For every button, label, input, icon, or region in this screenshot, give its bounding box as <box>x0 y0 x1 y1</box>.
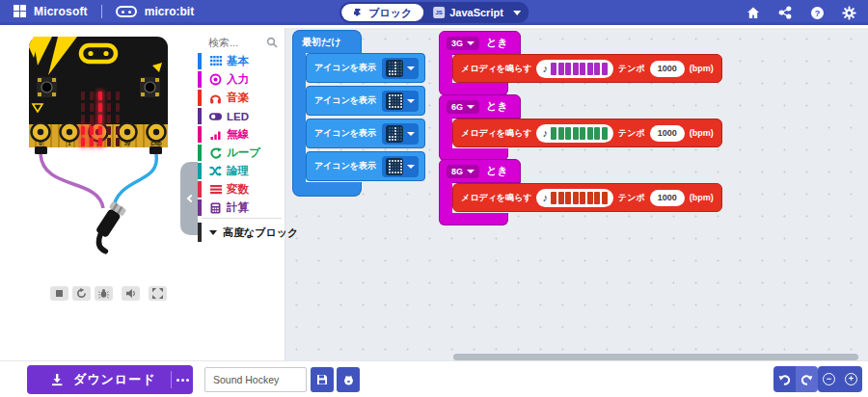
play-melody-label: メロディを鳴らす <box>461 127 531 140</box>
gesture-event-header[interactable]: 3G とき <box>439 31 521 55</box>
led-matrix[interactable] <box>81 92 120 146</box>
makecode-editor: Microsoft micro:bit ブロック JS JavaScript <box>0 0 868 397</box>
melody-editor-field[interactable]: ♪ <box>536 124 613 143</box>
history-controls <box>773 366 818 392</box>
event-spine <box>439 118 452 148</box>
simulator-collapse-tab[interactable] <box>180 162 198 235</box>
toolbox-category-led[interactable]: LED <box>198 108 285 124</box>
icon-dropdown[interactable] <box>382 156 419 177</box>
on-start-spine <box>292 52 306 183</box>
note-icon: ♪ <box>542 63 548 74</box>
undo-button[interactable] <box>773 366 796 392</box>
microbit-label: micro:bit <box>145 5 194 18</box>
gesture-event-header[interactable]: 6G とき <box>439 94 521 119</box>
play-melody-block[interactable]: メロディを鳴らす ♪ テンポ 1000 (bpm) <box>452 183 722 212</box>
show-icon-block[interactable]: アイコンを表示 <box>306 119 425 148</box>
show-icon-block[interactable]: アイコンを表示 <box>306 86 425 116</box>
toolbox-category-input[interactable]: 入力 <box>198 71 285 88</box>
chevron-down-icon <box>407 165 415 169</box>
project-name-input[interactable] <box>204 367 307 392</box>
javascript-icon: JS <box>433 7 445 18</box>
github-button[interactable] <box>337 367 360 392</box>
button-b[interactable] <box>140 77 160 97</box>
shuffle-icon <box>209 165 222 177</box>
on-start-header[interactable]: 最初だけ <box>292 30 362 53</box>
gear-icon <box>842 6 856 20</box>
toolbox-category-radio[interactable]: 無線 <box>198 126 285 143</box>
category-color-bar <box>198 90 202 106</box>
category-color-bar <box>198 145 202 161</box>
toolbox-search <box>198 33 285 52</box>
category-label: 基本 <box>227 54 249 68</box>
melody-preview-bars <box>551 127 608 140</box>
basic-grid-icon <box>209 55 222 67</box>
stop-button[interactable] <box>50 286 68 301</box>
button-a[interactable] <box>37 77 57 97</box>
workspace[interactable]: 最初だけ アイコンを表示 アイコンを表示 アイコンを表示 <box>285 28 868 360</box>
gesture-value: 6G <box>451 102 463 112</box>
show-icon-block[interactable]: アイコンを表示 <box>306 53 425 83</box>
toolbox-advanced[interactable]: 高度なブロック <box>198 223 285 242</box>
gesture-event-header[interactable]: 8G とき <box>439 159 521 183</box>
toolbox-category-math[interactable]: 計算 <box>198 199 285 216</box>
gesture-dropdown[interactable]: 3G <box>447 37 479 50</box>
toolbox-category-variables[interactable]: 変数 <box>198 181 285 198</box>
search-input[interactable] <box>208 37 264 48</box>
play-melody-label: メロディを鳴らす <box>461 63 531 75</box>
brand-area: Microsoft micro:bit <box>0 5 194 18</box>
chevron-down-icon[interactable] <box>513 11 521 15</box>
icon-dropdown[interactable] <box>382 58 419 79</box>
share-button[interactable] <box>777 5 793 20</box>
more-options-button[interactable] <box>172 379 193 382</box>
bpm-label: (bpm) <box>690 64 714 73</box>
settings-button[interactable] <box>841 5 856 20</box>
download-button[interactable]: ダウンロード <box>27 365 193 394</box>
toolbox-category-basic[interactable]: 基本 <box>198 53 285 69</box>
show-icon-block[interactable]: アイコンを表示 <box>306 151 425 181</box>
tab-javascript[interactable]: JS JavaScript <box>433 7 503 18</box>
loop-arrow-icon <box>209 146 222 159</box>
gesture-value: 3G <box>451 39 463 48</box>
debug-button[interactable] <box>95 286 113 301</box>
category-label: LED <box>227 111 249 122</box>
github-icon <box>342 374 355 386</box>
category-color-bar <box>198 53 202 69</box>
play-melody-block[interactable]: メロディを鳴らす ♪ テンポ 1000 (bpm) <box>452 119 722 147</box>
toolbox-category-loops[interactable]: ループ <box>198 145 285 161</box>
icon-dropdown[interactable] <box>382 91 419 112</box>
tempo-value-field[interactable]: 1000 <box>650 190 685 206</box>
event-spine <box>439 54 452 83</box>
zoom-out-button[interactable]: − <box>818 366 840 392</box>
icon-dropdown[interactable] <box>382 123 419 145</box>
microsoft-logo-icon <box>14 5 26 17</box>
melody-editor-field[interactable]: ♪ <box>536 189 613 207</box>
home-button[interactable] <box>746 5 761 20</box>
tempo-value-field[interactable]: 1000 <box>650 125 685 142</box>
svg-text:3V: 3V <box>124 141 131 146</box>
category-color-bar <box>198 223 202 242</box>
show-icon-label: アイコンを表示 <box>314 62 376 74</box>
restart-button[interactable] <box>72 286 91 301</box>
redo-button[interactable] <box>796 366 818 392</box>
save-button[interactable] <box>311 367 334 392</box>
help-button[interactable]: ? <box>809 5 825 20</box>
gesture-dropdown[interactable]: 8G <box>447 165 479 178</box>
zoom-in-button[interactable]: + <box>840 366 862 392</box>
tempo-value-field[interactable]: 1000 <box>650 61 685 77</box>
mute-button[interactable] <box>122 286 140 301</box>
fullscreen-button[interactable] <box>149 286 167 301</box>
input-target-icon <box>209 73 222 86</box>
horizontal-scrollbar[interactable] <box>453 354 858 360</box>
gesture-dropdown[interactable]: 6G <box>447 100 479 114</box>
melody-editor-field[interactable]: ♪ <box>536 60 613 78</box>
play-melody-block[interactable]: メロディを鳴らす ♪ テンポ 1000 (bpm) <box>452 54 722 83</box>
when-label: とき <box>486 36 508 50</box>
audio-jack <box>88 201 131 251</box>
chevron-down-icon <box>209 230 217 235</box>
toolbox-category-logic[interactable]: 論理 <box>198 163 285 179</box>
bug-icon <box>98 288 109 299</box>
category-label: 計算 <box>227 200 249 215</box>
toolbox-category-music[interactable]: 音楽 <box>198 90 285 106</box>
tab-blocks[interactable]: ブロック <box>341 4 423 21</box>
category-color-bar <box>198 181 202 198</box>
